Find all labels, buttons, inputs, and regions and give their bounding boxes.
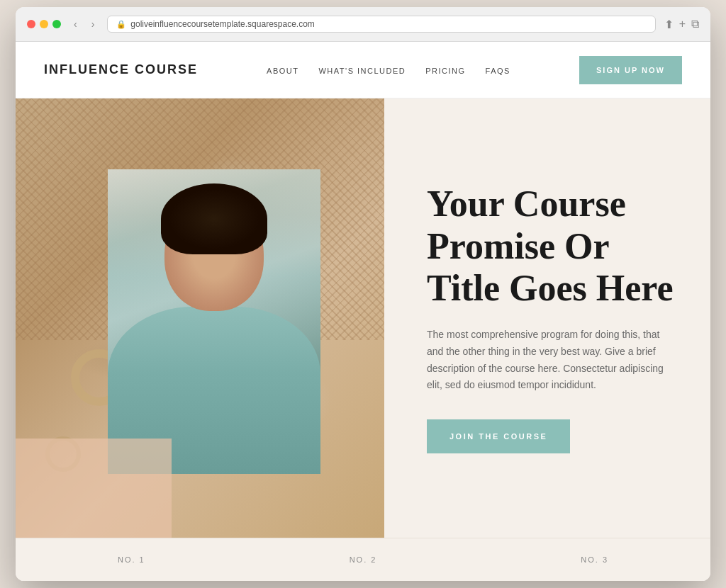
nav-item-about[interactable]: ABOUT: [267, 64, 298, 77]
forward-button[interactable]: ›: [87, 17, 99, 31]
hero-image-collage: [16, 98, 384, 538]
main-nav: INFLUENCE COURSE ABOUT WHAT'S INCLUDED P…: [16, 42, 710, 98]
dot-minimize[interactable]: [40, 20, 48, 28]
footer-label-2: NO. 2: [247, 555, 479, 564]
browser-window: ‹ › 🔒 goliveinfluencecoursetemplate.squa…: [16, 7, 710, 581]
nav-link-faqs[interactable]: FAQS: [486, 67, 510, 75]
footer-label-3: NO. 3: [479, 555, 710, 564]
dot-close[interactable]: [27, 20, 35, 28]
website-content: INFLUENCE COURSE ABOUT WHAT'S INCLUDED P…: [16, 42, 710, 581]
nav-link-included[interactable]: WHAT'S INCLUDED: [318, 67, 406, 75]
site-logo: INFLUENCE COURSE: [44, 62, 198, 77]
dot-maximize[interactable]: [52, 20, 61, 28]
hero-description: The most comprehensive program for doing…: [427, 327, 668, 394]
portrait-hair: [161, 183, 267, 254]
new-tab-icon[interactable]: +: [679, 18, 686, 30]
lock-icon: 🔒: [116, 20, 126, 29]
nav-links: ABOUT WHAT'S INCLUDED PRICING FAQS: [267, 64, 510, 77]
nav-item-pricing[interactable]: PRICING: [425, 64, 465, 77]
browser-actions: ⬆ + ⧉: [664, 18, 699, 31]
portrait-photo: [108, 169, 320, 474]
browser-nav: ‹ ›: [69, 17, 99, 31]
nav-item-faqs[interactable]: FAQS: [486, 64, 510, 77]
tabs-icon[interactable]: ⧉: [691, 18, 699, 30]
nav-cta-button[interactable]: SIGN UP NOW: [579, 56, 682, 84]
browser-dots: [27, 20, 61, 28]
share-icon[interactable]: ⬆: [664, 18, 674, 31]
hero-text: Your Course Promise Or Title Goes Here T…: [384, 98, 710, 538]
url-text: goliveinfluencecoursetemplate.squarespac…: [130, 19, 314, 29]
back-button[interactable]: ‹: [69, 17, 82, 31]
browser-chrome: ‹ › 🔒 goliveinfluencecoursetemplate.squa…: [16, 7, 710, 42]
hero-section: Your Course Promise Or Title Goes Here T…: [16, 98, 710, 538]
footer-labels: NO. 1 NO. 2 NO. 3: [16, 538, 710, 581]
address-bar[interactable]: 🔒 goliveinfluencecoursetemplate.squaresp…: [107, 16, 655, 33]
nav-link-pricing[interactable]: PRICING: [425, 67, 465, 75]
nav-link-about[interactable]: ABOUT: [267, 67, 298, 75]
color-block: [16, 439, 172, 538]
footer-label-1: NO. 1: [16, 555, 247, 564]
nav-item-included[interactable]: WHAT'S INCLUDED: [318, 64, 406, 77]
hero-cta-button[interactable]: JOIN THE COURSE: [427, 419, 570, 453]
hero-title: Your Course Promise Or Title Goes Here: [427, 183, 675, 310]
